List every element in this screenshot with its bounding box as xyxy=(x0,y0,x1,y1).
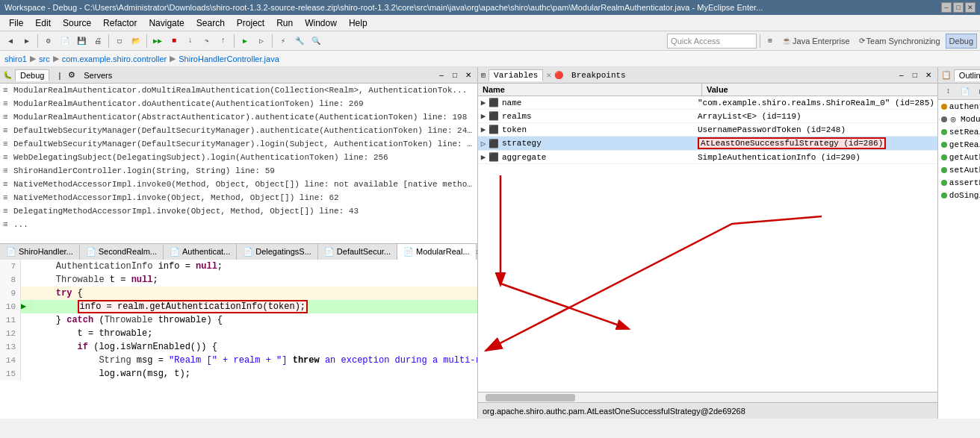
expand-realms[interactable]: ▶ xyxy=(478,111,489,121)
expand-strategy[interactable]: ▷ xyxy=(478,139,489,148)
bottom-tab-3[interactable]: 📄 DelegatingsS... xyxy=(237,244,318,260)
outline-row-4[interactable]: getAuthenticationStrategy() : Authentica… xyxy=(938,151,980,163)
tb-extra-3[interactable]: 🔍 xyxy=(308,34,323,49)
var-row-token[interactable]: ▶ ⬛ token UsernamePasswordToken (id=248) xyxy=(478,123,937,137)
menu-edit[interactable]: Edit xyxy=(29,16,57,30)
outline-row-0[interactable]: authenticationStrategy : AuthenticationS… xyxy=(938,100,980,113)
outline-row-3[interactable]: getRealms() : Collection<Realm> xyxy=(938,138,980,151)
breakpoints-tab[interactable]: Breakpoints xyxy=(566,69,631,81)
bottom-tab-1[interactable]: 📄 SecondRealm... xyxy=(80,244,164,260)
var-row-strategy[interactable]: ▷ ⬛ strategy AtLeastOneSuccessfulStrateg… xyxy=(478,137,937,151)
menu-window[interactable]: Window xyxy=(299,16,343,30)
outline-tb-1[interactable]: ↕ xyxy=(941,84,956,99)
stack-frame-8[interactable]: ≡ NativeMethodAccessorImpl.invoke(Object… xyxy=(0,191,477,204)
outline-tab[interactable]: Outline xyxy=(954,69,980,81)
expand-token[interactable]: ▶ xyxy=(478,125,489,134)
var-value-token: UsernamePasswordToken (id=248) xyxy=(695,125,937,135)
tb-run-ext[interactable]: ▷ xyxy=(254,34,269,49)
outline-row-5[interactable]: setAuthenticationStrategy(Authentication… xyxy=(938,163,980,176)
tb-btn-2[interactable]: ▶ xyxy=(19,34,34,49)
var-row-realms[interactable]: ▶ ⬛ realms ArrayList<E> (id=119) xyxy=(478,110,937,123)
line-content-10: info = realm.getAuthenticationInfo(token… xyxy=(31,300,477,313)
tb-persp-icon[interactable]: ⊞ xyxy=(763,34,777,48)
bottom-tab-2[interactable]: 📄 Authenticat... xyxy=(164,244,237,260)
tb-debug-step-return[interactable]: ↑ xyxy=(216,34,231,49)
menu-search[interactable]: Search xyxy=(190,16,231,30)
tb-new[interactable]: ◻ xyxy=(112,34,127,49)
variables-tab[interactable]: Variables xyxy=(489,69,543,81)
stack-frame-9[interactable]: ≡ DelegatingMethodAccessorImpl.invoke(Ob… xyxy=(0,204,477,218)
var-name-aggregate: aggregate xyxy=(500,152,695,163)
breadcrumb-item-1[interactable]: src xyxy=(39,54,50,63)
tb-debug-persp[interactable]: Debug xyxy=(946,34,977,49)
var-maximize-btn[interactable]: □ xyxy=(909,69,921,81)
var-icon-realms: ⬛ xyxy=(489,111,500,121)
panel-close-btn[interactable]: ✕ xyxy=(462,69,474,81)
tb-btn-5[interactable]: 💾 xyxy=(74,34,89,49)
bottom-tab-0[interactable]: 📄 ShiroHandler... xyxy=(0,244,80,260)
outline-row-6[interactable]: assertRealmsConfigured() : void xyxy=(938,176,980,189)
outline-tb-2[interactable]: 📄 xyxy=(958,84,973,99)
stack-frame-2[interactable]: ≡ ModularRealmAuthenticator(AbstractAuth… xyxy=(0,110,477,124)
debug-tab[interactable]: Debug xyxy=(15,69,49,81)
menu-refactor[interactable]: Refactor xyxy=(97,16,143,30)
servers-tab[interactable]: Servers xyxy=(78,69,117,81)
outline-tb-3[interactable]: ⊞ xyxy=(974,84,980,99)
bottom-tab-4[interactable]: 📄 DefaultSecur... xyxy=(318,244,397,260)
tb-team-sync[interactable]: ⟳ Team Synchronizing xyxy=(855,34,944,49)
breadcrumb-item-3[interactable]: ShiroHandlerController.java xyxy=(179,54,279,63)
tb-debug-stop[interactable]: ■ xyxy=(167,34,182,49)
quick-access-field[interactable]: Quick Access xyxy=(667,34,757,49)
stack-frame-4[interactable]: ≡ DefaultWebSecurityManager(DefaultSecur… xyxy=(0,137,477,151)
tb-debug-step-over[interactable]: ↷ xyxy=(199,34,214,49)
breadcrumb-item-0[interactable]: shiro1 xyxy=(4,54,27,63)
menu-file[interactable]: File xyxy=(3,16,29,30)
toolbar: ◀ ▶ ⚙ 📄 💾 🖨 ◻ 📂 ▶▶ ■ ↓ ↷ ↑ ▶ ▷ ⚡ 🔧 🔍 Qui… xyxy=(0,31,980,51)
stack-frame-0[interactable]: ≡ ModularRealmAuthenticator.doMultiRealm… xyxy=(0,84,477,97)
tb-btn-6[interactable]: 🖨 xyxy=(90,34,105,49)
stack-frame-5[interactable]: ≡ WebDelegatingSubject(DelegatingSubject… xyxy=(0,151,477,164)
tab-overflow-btn[interactable]: » xyxy=(477,244,477,260)
outline-row-7[interactable]: doSingleRealmAuthentication(Realm, Auth.… xyxy=(938,189,980,201)
var-row-name[interactable]: ▶ ⬛ name "com.example.shiro.realms.Shiro… xyxy=(478,96,937,110)
expand-aggregate[interactable]: ▶ xyxy=(478,152,489,162)
minimize-button[interactable]: – xyxy=(941,2,952,13)
var-minimize-btn[interactable]: – xyxy=(896,69,908,81)
stack-frame-3[interactable]: ≡ DefaultWebSecurityManager(DefaultSecur… xyxy=(0,124,477,137)
tb-btn-1[interactable]: ◀ xyxy=(3,34,18,49)
tb-open[interactable]: 📂 xyxy=(128,34,143,49)
close-button[interactable]: ✕ xyxy=(965,2,976,13)
tb-btn-4[interactable]: 📄 xyxy=(58,34,72,49)
outline-dot-4 xyxy=(941,154,947,160)
tb-java-enterprise[interactable]: ☕ Java Enterprise xyxy=(778,34,853,49)
stack-frame-1[interactable]: ≡ ModularRealmAuthenticator.doAuthentica… xyxy=(0,97,477,110)
outline-row-2[interactable]: setRealms(Collection<Realm>) : void xyxy=(938,125,980,138)
expand-name[interactable]: ▶ xyxy=(478,98,489,107)
breadcrumb-sep-2: ▶ xyxy=(170,54,176,63)
tb-extra-1[interactable]: ⚡ xyxy=(276,34,291,49)
tb-run[interactable]: ▶ xyxy=(238,34,252,49)
tb-btn-3[interactable]: ⚙ xyxy=(41,34,56,49)
panel-maximize-btn[interactable]: □ xyxy=(449,69,461,81)
panel-minimize-btn[interactable]: – xyxy=(435,69,447,81)
stack-frame-10[interactable]: ≡ ... xyxy=(0,218,477,231)
stack-frame-7[interactable]: ≡ NativeMethodAccessorImpl.invoke0(Metho… xyxy=(0,178,477,191)
menu-project[interactable]: Project xyxy=(231,16,270,30)
var-hscroll[interactable] xyxy=(478,392,937,402)
tb-debug-step-into[interactable]: ↓ xyxy=(183,34,198,49)
menu-source[interactable]: Source xyxy=(57,16,97,30)
menu-navigate[interactable]: Navigate xyxy=(143,16,190,30)
stack-frame-6[interactable]: ≡ ShiroHandlerController.login(String, S… xyxy=(0,164,477,178)
breadcrumb-item-2[interactable]: com.example.shiro.controller xyxy=(62,54,167,63)
menu-run[interactable]: Run xyxy=(270,16,299,30)
menu-help[interactable]: Help xyxy=(343,16,373,30)
maximize-button[interactable]: □ xyxy=(953,2,964,13)
tb-debug-resume[interactable]: ▶▶ xyxy=(150,34,165,49)
var-hscroll-thumb xyxy=(486,394,575,401)
var-row-aggregate[interactable]: ▶ ⬛ aggregate SimpleAuthenticationInfo (… xyxy=(478,151,937,164)
var-close-btn[interactable]: ✕ xyxy=(922,69,934,81)
line-num-15: 15 xyxy=(0,367,21,381)
bottom-tab-5[interactable]: 📄 ModularReal... xyxy=(397,244,477,260)
tb-extra-2[interactable]: 🔧 xyxy=(292,34,307,49)
outline-row-1[interactable]: ◎ ModularRealmAuthenticator() xyxy=(938,113,980,125)
